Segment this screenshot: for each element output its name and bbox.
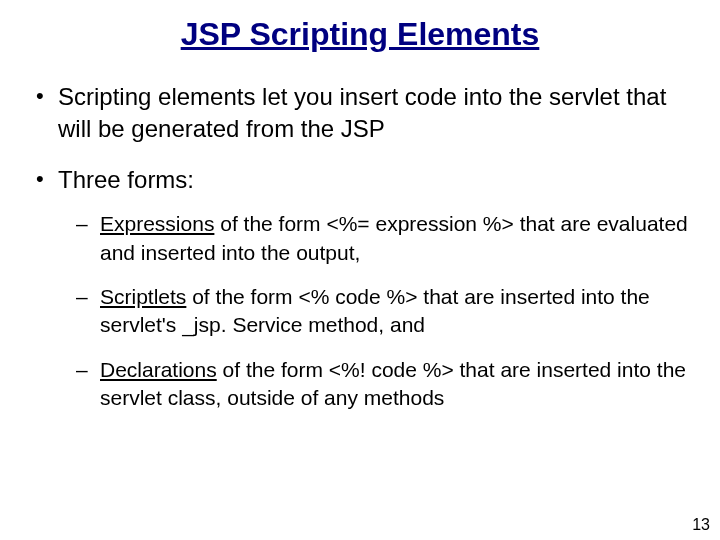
slide-title: JSP Scripting Elements [30,16,690,53]
sub-bullet-3: Declarations of the form <%! code %> tha… [58,356,690,413]
sub-bullet-list: Expressions of the form <%= expression %… [58,210,690,412]
sub-bullet-1-term: Expressions [100,212,214,235]
slide: JSP Scripting Elements Scripting element… [0,0,720,540]
bullet-list: Scripting elements let you insert code i… [30,81,690,412]
sub-bullet-1: Expressions of the form <%= expression %… [58,210,690,267]
bullet-item-2: Three forms: Expressions of the form <%=… [30,164,690,412]
bullet-text-2: Three forms: [58,166,194,193]
bullet-item-1: Scripting elements let you insert code i… [30,81,690,146]
sub-bullet-2-term: Scriptlets [100,285,186,308]
sub-bullet-2: Scriptlets of the form <% code %> that a… [58,283,690,340]
sub-bullet-3-term: Declarations [100,358,217,381]
bullet-text-1: Scripting elements let you insert code i… [58,83,666,142]
page-number: 13 [692,516,710,534]
